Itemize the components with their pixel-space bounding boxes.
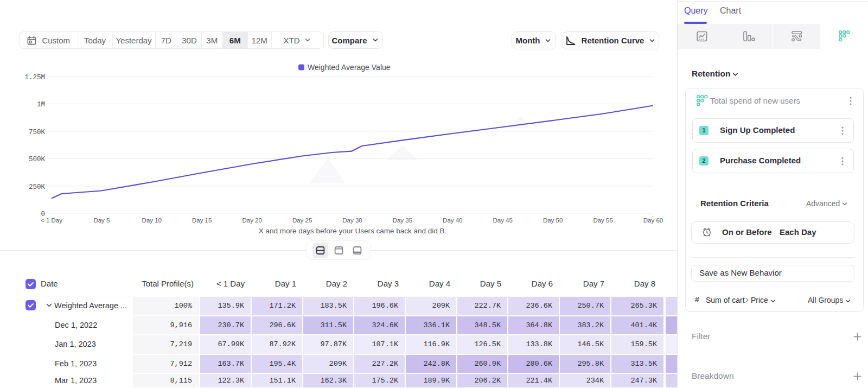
svg-text:Day 45: Day 45 (493, 217, 512, 224)
svg-text:750K: 750K (29, 129, 46, 136)
svg-text:250K: 250K (29, 183, 46, 191)
svg-text:Weighted Average Value: Weighted Average Value (308, 63, 391, 72)
svg-text:Day 25: Day 25 (292, 217, 312, 224)
svg-text:Day 10: Day 10 (142, 217, 162, 224)
svg-text:Day 55: Day 55 (593, 217, 612, 224)
svg-text:Day 35: Day 35 (393, 217, 412, 224)
svg-text:Day 30: Day 30 (342, 217, 362, 224)
svg-text:Day 60: Day 60 (643, 217, 663, 224)
svg-text:1M: 1M (37, 101, 45, 109)
svg-text:< 1 Day: < 1 Day (41, 217, 62, 224)
svg-text:500K: 500K (29, 156, 46, 163)
svg-text:Day 5: Day 5 (93, 217, 110, 224)
svg-text:Day 40: Day 40 (443, 217, 462, 224)
svg-text:Day 15: Day 15 (192, 217, 212, 224)
svg-text:X and more days before your Us: X and more days before your Users came b… (259, 227, 447, 235)
svg-text:Day 50: Day 50 (543, 217, 563, 224)
svg-text:1.25M: 1.25M (24, 74, 45, 81)
svg-text:Day 20: Day 20 (242, 217, 261, 224)
